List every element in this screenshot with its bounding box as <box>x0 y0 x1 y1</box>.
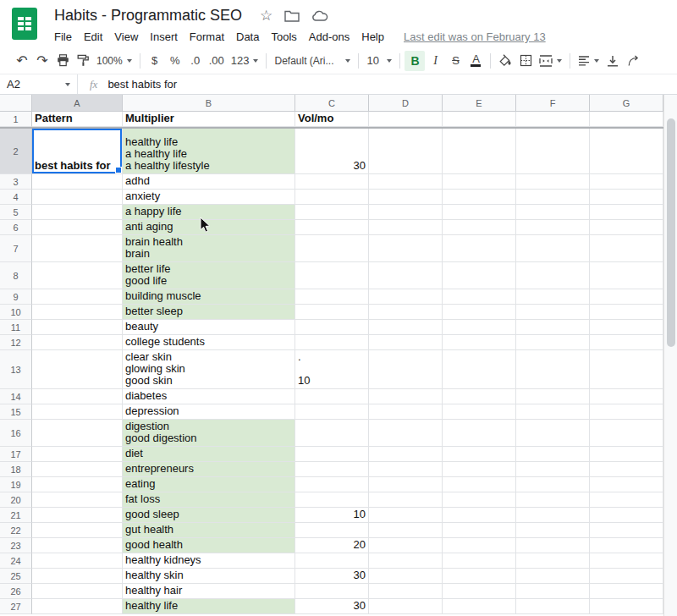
row-header-19[interactable]: 19 <box>0 477 32 492</box>
cell-F10[interactable] <box>516 305 590 320</box>
cell-C13[interactable]: . 10 <box>295 350 369 389</box>
fill-color-button[interactable] <box>495 51 515 71</box>
cell-F12[interactable] <box>516 335 590 350</box>
cell-D12[interactable] <box>369 335 443 350</box>
cell-C23[interactable]: 20 <box>295 538 369 553</box>
cell-G1[interactable] <box>590 112 663 127</box>
cell-B22[interactable]: gut health <box>123 523 295 538</box>
cell-C15[interactable] <box>295 404 369 420</box>
row-header-22[interactable]: 22 <box>0 523 32 538</box>
cell-B7[interactable]: brain healthbrain <box>123 235 295 262</box>
cell-G11[interactable] <box>590 320 663 335</box>
cell-F6[interactable] <box>516 220 590 235</box>
cell-F5[interactable] <box>516 205 590 220</box>
cell-A11[interactable] <box>32 320 123 335</box>
cell-G3[interactable] <box>590 174 663 190</box>
cell-D9[interactable] <box>369 289 443 305</box>
paint-format-button[interactable] <box>73 51 93 71</box>
cell-F24[interactable] <box>516 553 590 569</box>
menu-view[interactable]: View <box>108 28 144 46</box>
row-header-7[interactable]: 7 <box>0 235 32 262</box>
name-box[interactable]: A2 <box>0 74 78 94</box>
cell-E15[interactable] <box>443 404 516 420</box>
cell-D22[interactable] <box>369 523 443 538</box>
cell-G22[interactable] <box>590 523 663 538</box>
cell-B6[interactable]: anti aging <box>123 220 295 235</box>
cell-A6[interactable] <box>32 220 123 235</box>
cell-A21[interactable] <box>32 508 123 523</box>
cell-A15[interactable] <box>32 404 123 420</box>
cell-F22[interactable] <box>516 523 590 538</box>
cell-E4[interactable] <box>443 190 516 205</box>
cell-A13[interactable] <box>32 350 123 389</box>
cell-B20[interactable]: fat loss <box>123 492 295 508</box>
cell-C14[interactable] <box>295 389 369 404</box>
cell-E23[interactable] <box>443 538 516 553</box>
column-header-D[interactable]: D <box>369 95 443 112</box>
cell-F3[interactable] <box>516 174 590 190</box>
cell-A1[interactable]: Pattern <box>32 112 123 127</box>
cell-C3[interactable] <box>295 174 369 190</box>
cell-G19[interactable] <box>590 477 663 492</box>
merge-cells-button[interactable] <box>536 51 565 71</box>
cell-D1[interactable] <box>369 112 443 127</box>
cell-F15[interactable] <box>516 404 590 420</box>
cell-C2[interactable]: 30 <box>295 129 369 174</box>
increase-decimal-button[interactable]: .00 <box>206 51 228 71</box>
cell-A27[interactable] <box>32 599 123 614</box>
cell-E20[interactable] <box>443 492 516 508</box>
cell-E1[interactable] <box>443 112 516 127</box>
cell-G15[interactable] <box>590 404 663 420</box>
star-icon[interactable]: ☆ <box>260 8 272 23</box>
move-folder-icon[interactable] <box>284 10 300 22</box>
cell-C9[interactable] <box>295 289 369 305</box>
cell-C5[interactable] <box>295 205 369 220</box>
more-formats-button[interactable]: 123 <box>228 51 262 71</box>
cell-D18[interactable] <box>369 462 443 477</box>
cell-E11[interactable] <box>443 320 516 335</box>
cell-C8[interactable] <box>295 262 369 289</box>
cell-G14[interactable] <box>590 389 663 404</box>
italic-button[interactable]: I <box>425 51 445 71</box>
cell-F8[interactable] <box>516 262 590 289</box>
cell-C26[interactable] <box>295 584 369 599</box>
cell-A5[interactable] <box>32 205 123 220</box>
menu-tools[interactable]: Tools <box>265 28 302 46</box>
cell-C4[interactable] <box>295 190 369 205</box>
text-color-button[interactable]: A <box>465 51 486 71</box>
cell-C17[interactable] <box>295 447 369 462</box>
cell-B27[interactable]: healthy life <box>123 599 295 614</box>
cell-A12[interactable] <box>32 335 123 350</box>
cell-D19[interactable] <box>369 477 443 492</box>
cell-E5[interactable] <box>443 205 516 220</box>
cell-E19[interactable] <box>443 477 516 492</box>
column-header-B[interactable]: B <box>123 95 295 112</box>
cell-D6[interactable] <box>369 220 443 235</box>
vertical-align-button[interactable] <box>603 51 623 71</box>
cell-B17[interactable]: diet <box>123 447 295 462</box>
cell-E17[interactable] <box>443 447 516 462</box>
cell-B25[interactable]: healthy skin <box>123 569 295 584</box>
cell-E13[interactable] <box>443 350 516 389</box>
cell-B26[interactable]: healthy hair <box>123 584 295 599</box>
cell-D25[interactable] <box>369 569 443 584</box>
cell-F2[interactable] <box>516 129 590 174</box>
cell-C16[interactable] <box>295 420 369 447</box>
cell-G20[interactable] <box>590 492 663 508</box>
cell-E12[interactable] <box>443 335 516 350</box>
row-header-27[interactable]: 27 <box>0 599 32 614</box>
redo-button[interactable]: ↷ <box>32 51 52 71</box>
row-header-6[interactable]: 6 <box>0 220 32 235</box>
row-header-17[interactable]: 17 <box>0 447 32 462</box>
menu-insert[interactable]: Insert <box>144 28 184 46</box>
cell-D21[interactable] <box>369 508 443 523</box>
cell-E24[interactable] <box>443 553 516 569</box>
cell-C12[interactable] <box>295 335 369 350</box>
cell-F18[interactable] <box>516 462 590 477</box>
cell-A8[interactable] <box>32 262 123 289</box>
cell-E25[interactable] <box>443 569 516 584</box>
cell-F9[interactable] <box>516 289 590 305</box>
cell-E14[interactable] <box>443 389 516 404</box>
column-header-G[interactable]: G <box>590 95 663 112</box>
vertical-scrollbar[interactable] <box>663 95 677 616</box>
